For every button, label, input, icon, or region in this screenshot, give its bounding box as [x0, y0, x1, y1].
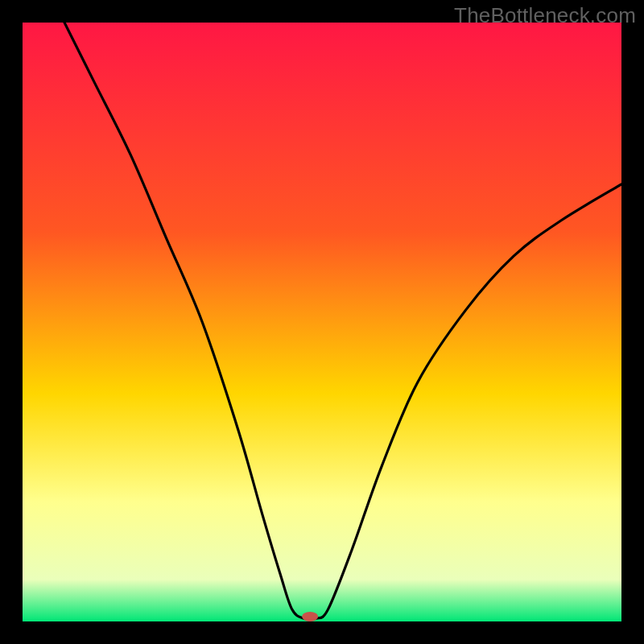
- minimum-marker: [302, 612, 318, 621]
- bottleneck-chart: [0, 0, 644, 644]
- chart-root: TheBottleneck.com: [0, 0, 644, 644]
- plot-background: [23, 23, 621, 621]
- watermark-text: TheBottleneck.com: [454, 3, 636, 28]
